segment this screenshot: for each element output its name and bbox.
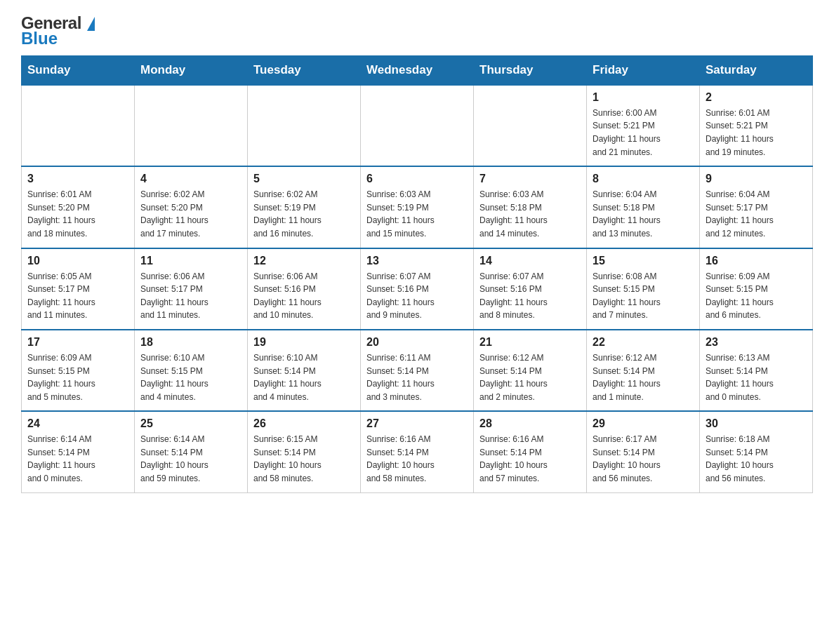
calendar-cell [361,85,474,166]
calendar-cell: 14Sunrise: 6:07 AMSunset: 5:16 PMDayligh… [474,248,587,330]
day-number: 14 [479,255,581,267]
day-number: 19 [253,336,355,349]
calendar-cell: 8Sunrise: 6:04 AMSunset: 5:18 PMDaylight… [587,166,700,248]
week-row: 10Sunrise: 6:05 AMSunset: 5:17 PMDayligh… [22,248,813,330]
day-info: Sunrise: 6:12 AMSunset: 5:14 PMDaylight:… [593,351,694,403]
day-number: 4 [140,173,241,185]
day-of-week-header: Saturday [700,55,813,85]
day-info: Sunrise: 6:11 AMSunset: 5:14 PMDaylight:… [366,351,468,403]
day-number: 26 [253,417,355,430]
day-info: Sunrise: 6:07 AMSunset: 5:16 PMDaylight:… [366,270,468,322]
calendar-cell: 24Sunrise: 6:14 AMSunset: 5:14 PMDayligh… [22,411,135,492]
calendar-cell: 21Sunrise: 6:12 AMSunset: 5:14 PMDayligh… [474,330,587,411]
day-info: Sunrise: 6:03 AMSunset: 5:18 PMDaylight:… [479,188,581,240]
day-number: 5 [253,173,355,185]
day-info: Sunrise: 6:14 AMSunset: 5:14 PMDaylight:… [140,433,241,485]
day-number: 6 [366,173,468,185]
day-info: Sunrise: 6:09 AMSunset: 5:15 PMDaylight:… [27,351,128,403]
day-number: 7 [479,173,581,185]
day-info: Sunrise: 6:04 AMSunset: 5:18 PMDaylight:… [593,188,694,240]
calendar-cell: 3Sunrise: 6:01 AMSunset: 5:20 PMDaylight… [22,166,135,248]
calendar-cell: 10Sunrise: 6:05 AMSunset: 5:17 PMDayligh… [22,248,135,330]
day-number: 15 [593,255,694,267]
day-number: 25 [140,417,241,430]
calendar-cell: 12Sunrise: 6:06 AMSunset: 5:16 PMDayligh… [248,248,361,330]
calendar-cell: 17Sunrise: 6:09 AMSunset: 5:15 PMDayligh… [22,330,135,411]
day-info: Sunrise: 6:15 AMSunset: 5:14 PMDaylight:… [253,433,355,485]
calendar-cell: 7Sunrise: 6:03 AMSunset: 5:18 PMDaylight… [474,166,587,248]
calendar-cell: 25Sunrise: 6:14 AMSunset: 5:14 PMDayligh… [135,411,248,492]
day-info: Sunrise: 6:10 AMSunset: 5:14 PMDaylight:… [253,351,355,403]
logo: General Blue [21,14,95,48]
day-number: 23 [706,336,807,349]
calendar-cell: 20Sunrise: 6:11 AMSunset: 5:14 PMDayligh… [361,330,474,411]
day-number: 28 [479,417,581,430]
day-info: Sunrise: 6:13 AMSunset: 5:14 PMDaylight:… [706,351,807,403]
day-info: Sunrise: 6:08 AMSunset: 5:15 PMDaylight:… [593,270,694,322]
day-info: Sunrise: 6:05 AMSunset: 5:17 PMDaylight:… [27,270,128,322]
day-info: Sunrise: 6:02 AMSunset: 5:20 PMDaylight:… [140,188,241,240]
calendar-cell: 4Sunrise: 6:02 AMSunset: 5:20 PMDaylight… [135,166,248,248]
day-of-week-header: Friday [587,55,700,85]
day-info: Sunrise: 6:01 AMSunset: 5:21 PMDaylight:… [706,107,807,159]
calendar-cell: 1Sunrise: 6:00 AMSunset: 5:21 PMDaylight… [587,85,700,166]
day-number: 20 [366,336,468,349]
week-row: 1Sunrise: 6:00 AMSunset: 5:21 PMDaylight… [22,85,813,166]
week-row: 17Sunrise: 6:09 AMSunset: 5:15 PMDayligh… [22,330,813,411]
calendar-cell: 11Sunrise: 6:06 AMSunset: 5:17 PMDayligh… [135,248,248,330]
calendar-cell [474,85,587,166]
calendar-cell [22,85,135,166]
calendar-table: SundayMondayTuesdayWednesdayThursdayFrid… [21,55,813,493]
day-number: 13 [366,255,468,267]
calendar-cell: 6Sunrise: 6:03 AMSunset: 5:19 PMDaylight… [361,166,474,248]
week-row: 24Sunrise: 6:14 AMSunset: 5:14 PMDayligh… [22,411,813,492]
day-number: 29 [593,417,694,430]
calendar-cell: 9Sunrise: 6:04 AMSunset: 5:17 PMDaylight… [700,166,813,248]
day-number: 9 [706,173,807,185]
day-of-week-header: Monday [135,55,248,85]
day-info: Sunrise: 6:18 AMSunset: 5:14 PMDaylight:… [706,433,807,485]
day-info: Sunrise: 6:16 AMSunset: 5:14 PMDaylight:… [479,433,581,485]
calendar-cell: 29Sunrise: 6:17 AMSunset: 5:14 PMDayligh… [587,411,700,492]
day-of-week-header: Sunday [22,55,135,85]
calendar-cell: 18Sunrise: 6:10 AMSunset: 5:15 PMDayligh… [135,330,248,411]
calendar-cell: 23Sunrise: 6:13 AMSunset: 5:14 PMDayligh… [700,330,813,411]
day-info: Sunrise: 6:00 AMSunset: 5:21 PMDaylight:… [593,107,694,159]
day-number: 17 [27,336,128,349]
day-of-week-header: Thursday [474,55,587,85]
day-info: Sunrise: 6:01 AMSunset: 5:20 PMDaylight:… [27,188,128,240]
day-number: 22 [593,336,694,349]
calendar-cell: 15Sunrise: 6:08 AMSunset: 5:15 PMDayligh… [587,248,700,330]
day-of-week-header: Wednesday [361,55,474,85]
calendar-cell: 16Sunrise: 6:09 AMSunset: 5:15 PMDayligh… [700,248,813,330]
calendar-cell: 22Sunrise: 6:12 AMSunset: 5:14 PMDayligh… [587,330,700,411]
day-number: 12 [253,255,355,267]
day-info: Sunrise: 6:07 AMSunset: 5:16 PMDaylight:… [479,270,581,322]
day-of-week-header: Tuesday [248,55,361,85]
day-info: Sunrise: 6:06 AMSunset: 5:17 PMDaylight:… [140,270,241,322]
day-info: Sunrise: 6:09 AMSunset: 5:15 PMDaylight:… [706,270,807,322]
day-number: 1 [593,91,694,104]
day-number: 10 [27,255,128,267]
day-info: Sunrise: 6:14 AMSunset: 5:14 PMDaylight:… [27,433,128,485]
day-number: 2 [706,91,807,104]
week-row: 3Sunrise: 6:01 AMSunset: 5:20 PMDaylight… [22,166,813,248]
calendar-cell: 2Sunrise: 6:01 AMSunset: 5:21 PMDaylight… [700,85,813,166]
day-number: 24 [27,417,128,430]
calendar-cell [135,85,248,166]
calendar-cell: 30Sunrise: 6:18 AMSunset: 5:14 PMDayligh… [700,411,813,492]
calendar-cell: 28Sunrise: 6:16 AMSunset: 5:14 PMDayligh… [474,411,587,492]
calendar-cell [248,85,361,166]
day-number: 11 [140,255,241,267]
day-number: 8 [593,173,694,185]
day-number: 21 [479,336,581,349]
calendar-cell: 26Sunrise: 6:15 AMSunset: 5:14 PMDayligh… [248,411,361,492]
day-info: Sunrise: 6:02 AMSunset: 5:19 PMDaylight:… [253,188,355,240]
day-number: 27 [366,417,468,430]
day-number: 16 [706,255,807,267]
day-info: Sunrise: 6:03 AMSunset: 5:19 PMDaylight:… [366,188,468,240]
day-number: 18 [140,336,241,349]
calendar-cell: 27Sunrise: 6:16 AMSunset: 5:14 PMDayligh… [361,411,474,492]
day-info: Sunrise: 6:17 AMSunset: 5:14 PMDaylight:… [593,433,694,485]
day-number: 30 [706,417,807,430]
